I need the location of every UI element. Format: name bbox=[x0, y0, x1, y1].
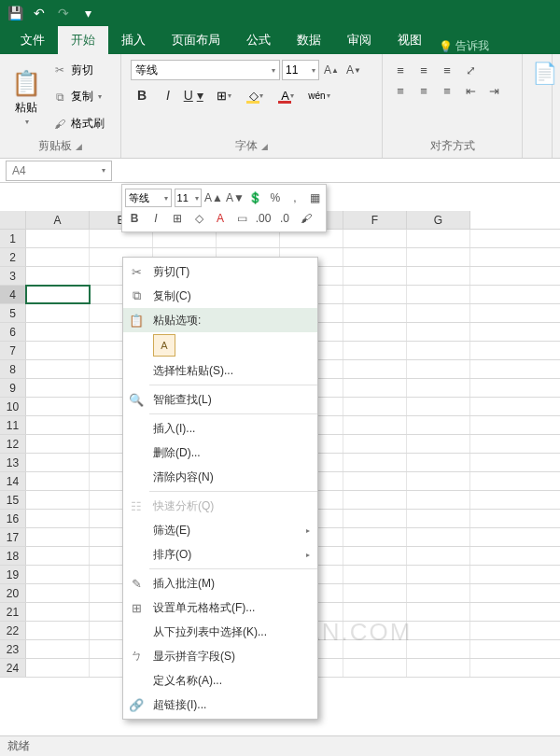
row-header[interactable]: 19 bbox=[0, 566, 26, 583]
cell[interactable] bbox=[343, 342, 407, 359]
cell[interactable] bbox=[407, 416, 470, 434]
row-header[interactable]: 13 bbox=[0, 454, 26, 471]
row-header[interactable]: 9 bbox=[0, 379, 26, 397]
row-header[interactable]: 18 bbox=[0, 547, 26, 565]
align-center-icon[interactable]: ≡ bbox=[413, 80, 434, 101]
font-size-select[interactable]: 11▾ bbox=[282, 60, 319, 80]
tab-insert[interactable]: 插入 bbox=[108, 26, 159, 54]
mt-formatpainter-icon[interactable]: 🖌 bbox=[297, 209, 315, 228]
cell[interactable] bbox=[26, 416, 90, 434]
cell[interactable] bbox=[26, 528, 90, 546]
cell[interactable] bbox=[26, 584, 90, 602]
cell[interactable] bbox=[343, 659, 407, 677]
bold-button[interactable]: B bbox=[131, 85, 153, 105]
cell[interactable] bbox=[407, 454, 470, 471]
mt-bold-button[interactable]: B bbox=[125, 209, 144, 228]
cell[interactable] bbox=[26, 323, 90, 341]
cell[interactable] bbox=[26, 379, 90, 397]
cell[interactable] bbox=[407, 248, 470, 266]
tab-formulas[interactable]: 公式 bbox=[233, 26, 284, 54]
align-bottom-icon[interactable]: ≡ bbox=[437, 60, 457, 80]
mt-size-select[interactable]: 11▾ bbox=[175, 189, 202, 207]
tab-pagelayout[interactable]: 页面布局 bbox=[159, 26, 233, 54]
cell[interactable] bbox=[26, 435, 90, 453]
row-header[interactable]: 22 bbox=[0, 622, 26, 639]
row-header[interactable]: 10 bbox=[0, 398, 26, 415]
cell[interactable] bbox=[407, 659, 470, 677]
row-header[interactable]: 1 bbox=[0, 230, 26, 247]
mt-increase-font-icon[interactable]: A▲ bbox=[204, 189, 223, 207]
cell[interactable] bbox=[407, 398, 470, 415]
increase-font-icon[interactable]: A▲ bbox=[321, 60, 342, 80]
cell[interactable] bbox=[407, 435, 470, 453]
undo-icon[interactable]: ↶ bbox=[30, 4, 49, 22]
cell[interactable] bbox=[343, 379, 407, 397]
redo-icon[interactable]: ↷ bbox=[54, 4, 73, 22]
dialog-launcher-icon[interactable]: ◢ bbox=[76, 142, 82, 151]
cell[interactable] bbox=[407, 342, 470, 359]
row-header[interactable]: 4 bbox=[0, 286, 26, 303]
ctx-clear[interactable]: 清除内容(N) bbox=[123, 465, 317, 489]
cell[interactable] bbox=[26, 510, 90, 527]
mt-percent-icon[interactable]: % bbox=[267, 189, 284, 207]
cell[interactable] bbox=[407, 584, 470, 602]
cell[interactable] bbox=[343, 286, 407, 303]
row-header[interactable]: 2 bbox=[0, 248, 26, 266]
tab-home[interactable]: 开始 bbox=[58, 26, 108, 54]
cell[interactable] bbox=[407, 472, 470, 490]
tab-review[interactable]: 审阅 bbox=[334, 26, 385, 54]
cell[interactable] bbox=[343, 304, 407, 322]
cell[interactable] bbox=[407, 286, 470, 303]
cell[interactable] bbox=[343, 248, 407, 266]
ctx-insert[interactable]: 插入(I)... bbox=[123, 416, 317, 441]
cell[interactable] bbox=[343, 622, 407, 639]
mt-comma-icon[interactable]: , bbox=[287, 189, 303, 207]
cell[interactable] bbox=[26, 640, 90, 658]
column-header[interactable]: F bbox=[343, 211, 407, 229]
column-header[interactable]: A bbox=[26, 211, 90, 229]
row-header[interactable]: 16 bbox=[0, 510, 26, 527]
mt-merge-icon[interactable]: ▭ bbox=[232, 209, 251, 228]
tab-data[interactable]: 数据 bbox=[284, 26, 334, 54]
row-header[interactable]: 8 bbox=[0, 360, 26, 378]
align-top-icon[interactable]: ≡ bbox=[390, 60, 411, 80]
row-header[interactable]: 15 bbox=[0, 491, 26, 509]
cell[interactable] bbox=[26, 267, 90, 285]
cell[interactable] bbox=[407, 360, 470, 378]
cell[interactable] bbox=[26, 398, 90, 415]
ctx-show-phonetic[interactable]: ㄅ显示拼音字段(S) bbox=[123, 644, 317, 668]
cell[interactable] bbox=[26, 472, 90, 490]
border-button[interactable]: ⊞▾ bbox=[211, 85, 237, 105]
ctx-sort[interactable]: 排序(O)▸ bbox=[123, 542, 317, 567]
cell[interactable] bbox=[26, 360, 90, 378]
cell[interactable] bbox=[343, 510, 407, 527]
orientation-icon[interactable]: ⤢ bbox=[460, 60, 481, 80]
cell[interactable] bbox=[26, 286, 90, 303]
cell[interactable] bbox=[26, 659, 90, 677]
row-header[interactable]: 5 bbox=[0, 304, 26, 322]
column-header[interactable]: G bbox=[407, 211, 470, 229]
cell[interactable] bbox=[407, 304, 470, 322]
mt-decrease-font-icon[interactable]: A▼ bbox=[226, 189, 245, 207]
ctx-paste-special[interactable]: 选择性粘贴(S)... bbox=[123, 358, 317, 383]
dialog-launcher-icon[interactable]: ◢ bbox=[261, 142, 268, 151]
cell[interactable] bbox=[26, 304, 90, 322]
align-left-icon[interactable]: ≡ bbox=[390, 80, 411, 101]
row-header[interactable]: 12 bbox=[0, 435, 26, 453]
mt-italic-button[interactable]: I bbox=[147, 209, 165, 228]
ctx-hyperlink[interactable]: 🔗超链接(I)... bbox=[123, 693, 317, 717]
ctx-filter[interactable]: 筛选(E)▸ bbox=[123, 518, 317, 542]
cell[interactable] bbox=[343, 528, 407, 546]
row-header[interactable]: 24 bbox=[0, 659, 26, 677]
font-name-select[interactable]: 等线▾ bbox=[131, 60, 280, 80]
cell[interactable] bbox=[407, 547, 470, 565]
underline-button[interactable]: U▾ bbox=[183, 85, 205, 105]
cell[interactable] bbox=[407, 491, 470, 509]
cell[interactable] bbox=[343, 416, 407, 434]
row-header[interactable]: 6 bbox=[0, 323, 26, 341]
ctx-smart-lookup[interactable]: 🔍智能查找(L) bbox=[123, 387, 317, 412]
tab-file[interactable]: 文件 bbox=[7, 26, 58, 54]
mt-conditional-icon[interactable]: ▦ bbox=[306, 189, 323, 207]
cell[interactable] bbox=[26, 491, 90, 509]
font-color-button[interactable]: A▾ bbox=[274, 85, 301, 105]
